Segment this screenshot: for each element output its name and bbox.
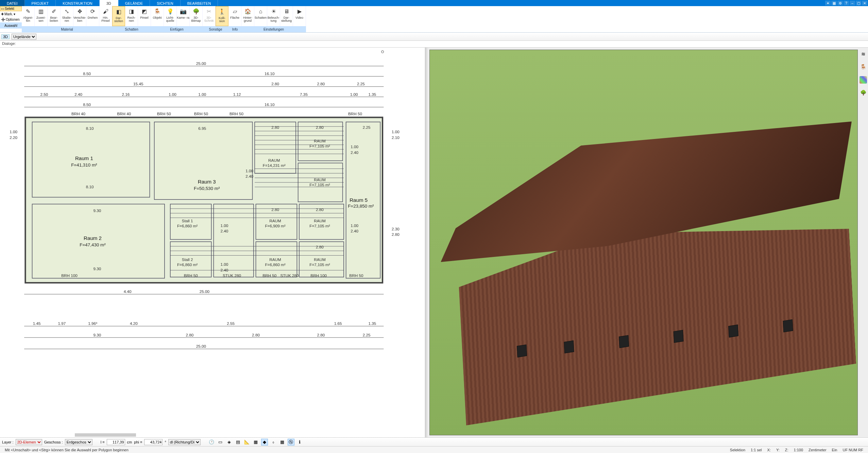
phi-unit: ° [165,440,166,444]
set-hintergrund[interactable]: 🏠Hinter- grund [241,6,254,26]
clock-icon[interactable]: 🕑 [208,439,215,446]
layer-select[interactable]: 2D-Elemen [16,439,42,445]
rotate-icon: ⟳ [89,7,97,16]
einstellungen-group-label: Einstellungen [241,26,306,32]
raumA2-area: F=7,105 m² [309,182,330,187]
set-schatten[interactable]: ⌂Schatten [254,6,267,26]
3d-schnitt[interactable]: ✂3D- Schnitt [203,6,216,26]
mark-tool[interactable]: ✚ Mark. ▾ [0,12,22,17]
mark-label: Mark. [4,12,13,16]
info-group-label: Info [228,26,241,32]
raumA4-name: RAUM [314,257,326,262]
material-abgreifen[interactable]: ✎Abgrei- fen [22,6,35,26]
label: Dar- stellung [280,16,293,23]
tab-3d[interactable]: 3D [100,0,118,6]
minimize-button[interactable]: – [850,1,855,5]
tab-projekt[interactable]: PROJEKT [25,0,56,6]
terrain-select[interactable]: Urgelände [12,34,36,40]
hatch-icon[interactable]: ▦ [252,439,259,446]
raum2-name: Raum 2 [84,235,102,241]
plan-2d-pane[interactable]: .dl { stroke:#333; stroke-width:0.5; } .… [0,48,425,437]
label: Fläche [230,16,239,19]
insert-licht[interactable]: 💡Licht- quelle [164,6,177,26]
insert-kamera[interactable]: 📷Kame- ra [177,6,190,26]
edit-icon: ✐ [50,7,58,16]
maximize-button[interactable]: ▢ [856,1,861,5]
furniture-icon[interactable]: 🪑 [860,63,867,71]
material-hinpinsel[interactable]: 🖌Hin. Pinsel [99,6,112,26]
schatten-rechnen[interactable]: ◨Rech- nen [125,6,138,26]
qhelp-icon[interactable]: ? [844,1,849,5]
roof-toggle-icon[interactable]: ⬨ [270,439,277,446]
set-beleuchtung[interactable]: ☀Beleuch- tung [267,6,280,26]
object-icon[interactable]: ◈ [226,439,233,446]
colors-icon[interactable] [860,76,867,84]
l-input[interactable] [107,439,125,445]
tab-bearbeiten[interactable]: BEARBEITEN [181,0,218,6]
layers-icon[interactable]: ≋ [860,50,867,58]
label: Licht- quelle [164,16,176,23]
tab-sichten[interactable]: SICHTEN [150,0,180,6]
raumA1-area: F=7,105 m² [309,144,330,148]
grid-icon[interactable]: ▦ [279,439,286,446]
material-skalieren[interactable]: ⤡Skalie- ren [61,6,73,26]
cell-280d: 2.80 [316,207,324,212]
3d-canvas[interactable] [429,50,858,435]
screen-icon[interactable]: ▭ [217,439,224,446]
eyedropper-icon: ✎ [24,7,32,16]
brh40a: BRH 40 [71,111,86,116]
layout-icon[interactable]: ▦ [831,1,837,5]
tab-gelaende[interactable]: GELÄNDE [118,0,150,6]
schatten-group-label: Schatten [112,26,151,32]
insert-3d-bitmap[interactable]: 🌳3D- Bitmap [190,6,203,26]
mode-select[interactable]: dl (Richtung/Di [168,439,201,445]
schatten-darstellen[interactable]: ◧Dar- stellen [112,6,125,26]
status-hint: Mit <Umschalt> und <Strg> können Sie die… [2,448,131,452]
dim-1-35: 1.35 [368,92,376,97]
raumS-name: Raum 5 [350,197,368,203]
window-3d [564,341,574,353]
measure-icon[interactable]: 📐 [243,439,250,446]
calc-icon: ◨ [127,7,136,16]
insert-objekt[interactable]: 🪑Objekt [151,6,164,26]
door-1-00c: 1.00 [220,262,228,266]
material-verschieben[interactable]: ✥Verschie- ben [73,6,86,26]
options-icon[interactable]: ⚙ [837,1,843,5]
tree-icon[interactable]: 🌳 [860,89,867,97]
rl-145: 1.45 [33,321,41,326]
schatten-pinsel[interactable]: ◩Pinsel [138,6,151,26]
layers-toggle-icon[interactable]: ▤ [235,439,241,446]
window-3d [619,335,629,348]
ribbon-group-material: ✎Abgrei- fen ▥Zuwei- sen ✐Bear- beiten ⤡… [22,6,112,32]
floor-icon[interactable]: ◆ [261,439,268,446]
horizontal-scrollbar[interactable] [75,433,136,437]
help-icon[interactable]: ✦ [825,1,831,5]
window-3d [517,345,527,358]
select-tool[interactable]: ▭ Selekt [0,6,22,11]
material-drehen[interactable]: ⟳Drehen [86,6,99,26]
tab-datei[interactable]: DATEI [0,0,25,6]
set-video[interactable]: ▶Video [293,6,306,26]
material-zuweisen[interactable]: ▥Zuwei- sen [35,6,48,26]
kollision[interactable]: 🚶Kolli- sion [216,6,228,26]
dim-4-40: 4.40 [124,289,132,294]
material-bearbeiten[interactable]: ✐Bear- beiten [48,6,61,26]
tab-konstruktion[interactable]: KONSTRUKTION [56,0,99,6]
close-button[interactable]: ✕ [862,1,867,5]
left-1-00: 1.00 [10,129,17,134]
door-r-1-00a: 1.00 [351,144,358,149]
dim-bottom-25: 25.00 [196,344,206,348]
context-bar: 3D Urgelände [0,33,868,41]
brush-icon: 🖌 [102,7,110,16]
options-tool[interactable]: ➕ Optionen [0,17,22,22]
info-flaeche[interactable]: ▱Fläche [228,6,241,26]
north-icon[interactable]: Ⓝ [288,439,294,446]
set-darstellung[interactable]: 🖥Dar- stellung [280,6,293,26]
label: Pinsel [140,16,149,19]
section-icon: ✂ [205,7,213,16]
phi-input[interactable] [144,439,163,445]
geschoss-select[interactable]: Erdgeschos [65,439,92,445]
label: Hinter- grund [241,16,254,23]
view-3d-pane[interactable]: ≋ 🪑 🌳 [427,48,868,437]
info-icon[interactable]: ℹ [296,439,303,446]
